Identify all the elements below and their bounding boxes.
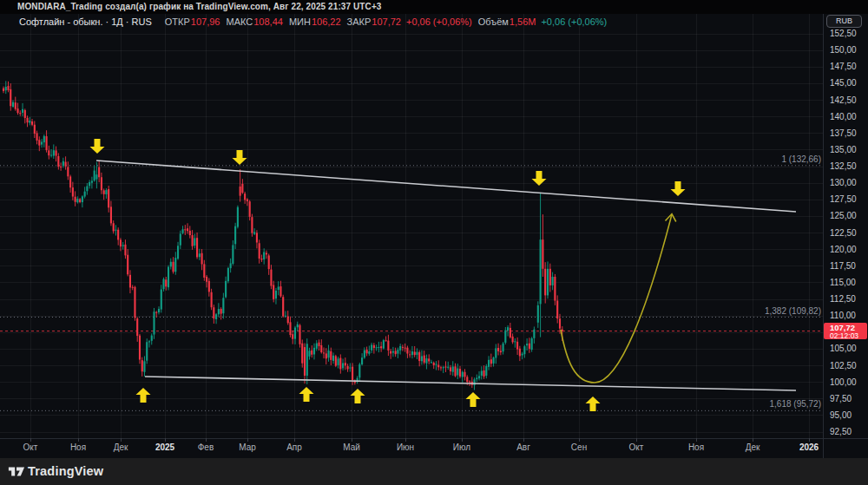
time-tick-mark bbox=[809, 438, 810, 442]
price-tick-label: 105,00 bbox=[830, 344, 857, 353]
time-tick-mark bbox=[462, 438, 463, 442]
tradingview-chart-window: MONDIARA_Trading создал(а) график на Tra… bbox=[0, 0, 868, 485]
time-tick-label: 2025 bbox=[155, 442, 174, 452]
price-tick-label: 97,50 bbox=[830, 394, 852, 403]
time-tick-label: Июн bbox=[397, 442, 414, 452]
time-tick-label: Мар bbox=[239, 442, 256, 452]
open-label: ОТКР bbox=[165, 16, 190, 27]
change-value: +0,06 (+0,06%) bbox=[406, 16, 472, 27]
time-axis[interactable]: ОктНояДек2025ФевМарАпрМайИюнИюлАвгСенОкт… bbox=[0, 438, 868, 458]
price-tick-label: 140,00 bbox=[830, 112, 857, 121]
open-value: 107,96 bbox=[191, 16, 220, 27]
time-tick-label: Окт bbox=[23, 442, 38, 452]
tradingview-brand[interactable]: TradingView bbox=[28, 464, 103, 478]
time-tick-label: Апр bbox=[286, 442, 302, 452]
volume-label: Объём bbox=[478, 16, 509, 27]
price-tick-label: 147,50 bbox=[830, 62, 857, 71]
time-tick-mark bbox=[523, 438, 524, 442]
time-tick-label: 2026 bbox=[799, 442, 819, 452]
up-arrow-marker[interactable] bbox=[466, 392, 481, 407]
candlestick-series bbox=[3, 81, 563, 390]
symbol-title[interactable]: Софтлайн - обыкн. · 1Д · RUS bbox=[19, 16, 152, 27]
low-value: 106,22 bbox=[312, 16, 341, 27]
time-tick-label: Дек bbox=[114, 442, 128, 452]
time-tick-mark bbox=[78, 438, 79, 442]
time-tick-label: Ноя bbox=[70, 442, 86, 452]
price-tick-label: 100,00 bbox=[830, 377, 857, 387]
attribution-bar: MONDIARA_Trading создал(а) график на Tra… bbox=[0, 0, 868, 14]
time-tick-mark bbox=[294, 438, 295, 442]
up-arrow-marker[interactable] bbox=[136, 388, 151, 403]
time-tick-label: Фев bbox=[198, 442, 214, 452]
time-tick-mark bbox=[121, 438, 122, 442]
price-tick-label: 122,50 bbox=[830, 228, 857, 238]
time-tick-label: Ноя bbox=[688, 442, 704, 452]
time-tick-label: Сен bbox=[571, 442, 587, 452]
volume-value: 1,56М bbox=[510, 16, 536, 27]
down-arrow-marker[interactable] bbox=[90, 139, 105, 154]
price-tick-label: 120,00 bbox=[830, 245, 857, 254]
chart-canvas[interactable] bbox=[0, 0, 868, 485]
time-tick-label: Дек bbox=[746, 442, 760, 452]
low-label: МИН bbox=[289, 16, 311, 27]
price-tick-label: 142,50 bbox=[830, 95, 857, 105]
price-tick-label: 110,00 bbox=[830, 311, 856, 320]
up-arrow-marker[interactable] bbox=[351, 389, 365, 403]
price-tick-label: 125,00 bbox=[830, 211, 857, 220]
time-tick-mark bbox=[636, 438, 637, 442]
time-tick-mark bbox=[579, 438, 580, 442]
price-tick-label: 127,50 bbox=[830, 194, 857, 204]
time-tick-mark bbox=[352, 438, 352, 442]
close-label: ЗАКР bbox=[347, 16, 372, 27]
price-tick-label: 95,00 bbox=[830, 410, 852, 420]
time-tick-mark bbox=[30, 438, 31, 442]
grid bbox=[0, 14, 823, 438]
price-tick-label: 145,00 bbox=[830, 78, 857, 88]
time-tick-mark bbox=[165, 438, 166, 442]
currency-button[interactable]: RUB bbox=[826, 15, 862, 28]
time-tick-label: Авг bbox=[516, 442, 530, 452]
price-tick-label: 132,50 bbox=[830, 161, 857, 171]
down-arrow-marker[interactable] bbox=[233, 150, 247, 165]
close-value: 107,72 bbox=[372, 16, 401, 27]
price-tick-label: 137,50 bbox=[830, 128, 857, 138]
price-tick-label: 150,00 bbox=[830, 45, 857, 55]
trendline-resistance[interactable] bbox=[96, 161, 796, 212]
price-tick-label: 130,00 bbox=[830, 178, 857, 187]
time-tick-mark bbox=[247, 438, 248, 442]
price-tick-label: 117,50 bbox=[830, 261, 856, 271]
price-tick-label: 102,50 bbox=[830, 361, 857, 370]
volume-change-value: +0,06 (+0,06%) bbox=[541, 16, 607, 27]
time-tick-mark bbox=[206, 438, 207, 442]
time-tick-mark bbox=[696, 438, 697, 442]
time-tick-label: Июл bbox=[453, 442, 470, 452]
legend: Софтлайн - обыкн. · 1Д · RUSОТКР107,96МА… bbox=[19, 16, 607, 29]
high-value: 108,44 bbox=[253, 16, 283, 27]
price-tick-label: 92,50 bbox=[830, 427, 852, 436]
price-tick-label: 152,50 bbox=[830, 29, 857, 38]
price-tick-label: 135,00 bbox=[830, 145, 857, 154]
attribution-text: MONDIARA_Trading создал(а) график на Tra… bbox=[17, 2, 381, 11]
time-tick-label: Окт bbox=[629, 442, 644, 452]
time-tick-label: Май bbox=[343, 442, 360, 452]
price-tick-label: 112,50 bbox=[830, 294, 856, 304]
up-arrow-marker[interactable] bbox=[299, 387, 314, 402]
time-tick-mark bbox=[405, 438, 406, 442]
projection-curve[interactable] bbox=[561, 214, 672, 383]
price-axis[interactable]: RUB 152,50150,00147,50145,00142,50140,00… bbox=[823, 14, 868, 438]
tradingview-logo-icon[interactable] bbox=[8, 465, 25, 478]
footer: TradingView bbox=[0, 458, 868, 485]
bar-countdown: 02:12:03 bbox=[830, 332, 867, 339]
last-price-badge: 107,72 02:12:03 bbox=[824, 323, 867, 339]
high-label: МАКС bbox=[227, 16, 253, 27]
price-tick-label: 115,00 bbox=[830, 278, 856, 287]
time-tick-mark bbox=[753, 438, 753, 442]
trendline-support[interactable] bbox=[145, 377, 796, 390]
